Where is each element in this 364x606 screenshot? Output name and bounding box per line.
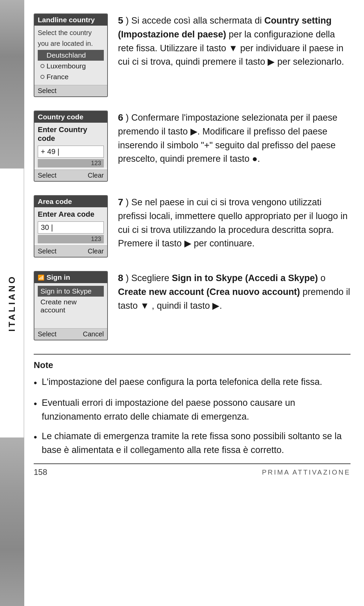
- area-code-widget: Area code Enter Area code 30 | 123 Selec…: [34, 195, 108, 257]
- sidebar: ITALIANO: [0, 0, 24, 606]
- step-8-text: 8 ) Scegliere Sign in to Skype (Accedi a…: [118, 271, 351, 312]
- widget-title-bar-step7: Area code: [34, 196, 107, 207]
- step8-text-middle: o: [321, 273, 326, 283]
- note-title: Note: [34, 360, 351, 370]
- sign-in-title: Sign in: [47, 273, 70, 281]
- signin-item-skype[interactable]: Sign in to Skype: [38, 286, 104, 297]
- step7-number: 7: [118, 197, 123, 207]
- note-text-1: L'impostazione del paese configura la po…: [42, 375, 322, 389]
- step-6-section: Country code Enter Country code + 49 | 1…: [34, 111, 351, 182]
- list-item-label: Deutschland: [47, 51, 86, 59]
- widget-desc-line1: Select the country: [38, 28, 104, 37]
- country-code-title: Country code: [38, 113, 83, 121]
- area-code-input[interactable]: 30 |: [38, 221, 104, 234]
- step-8-section: 📶 Sign in Sign in to Skype Create new ac…: [34, 271, 351, 340]
- signin-newaccount-label: Create new account: [40, 298, 77, 314]
- footer-cancel-step8[interactable]: Cancel: [83, 330, 104, 338]
- note-text-2: Eventuali errori di impostazione del pae…: [42, 396, 351, 423]
- step6-number: 6: [118, 112, 123, 123]
- note-text-3: Le chiamate di emergenza tramite la rete…: [42, 429, 351, 457]
- bullet-3: •: [34, 430, 37, 444]
- note-item-2: • Eventuali errori di impostazione del p…: [34, 396, 351, 423]
- list-item-luxembourg[interactable]: Luxembourg: [38, 61, 104, 71]
- widget-footer-step6: Select Clear: [34, 170, 107, 181]
- footer-select-step8[interactable]: Select: [38, 330, 57, 338]
- step-6-widget: Country code Enter Country code + 49 | 1…: [34, 111, 108, 182]
- footer-select-step5[interactable]: Select: [38, 87, 57, 94]
- list-item-label: France: [47, 73, 68, 81]
- footer-clear-step6[interactable]: Clear: [88, 172, 104, 179]
- area-code-title: Area code: [38, 198, 72, 206]
- page-number: 158: [34, 467, 47, 477]
- sidebar-image-bottom: [0, 437, 24, 606]
- widget-title-bar-step6: Country code: [34, 111, 107, 123]
- widget-body-step5: Select the country you are located in. D…: [34, 26, 107, 85]
- country-code-widget: Country code Enter Country code + 49 | 1…: [34, 111, 108, 182]
- country-code-label: Enter Country code: [34, 123, 107, 144]
- sidebar-label: ITALIANO: [7, 275, 17, 332]
- area-code-label: Enter Area code: [34, 208, 107, 220]
- landline-country-widget: Landline country Select the country you …: [34, 13, 108, 97]
- footer-select-step6[interactable]: Select: [38, 172, 57, 179]
- footer-text: PRIMA ATTIVAZIONE: [262, 468, 351, 476]
- widget-footer-step5: Select: [34, 85, 107, 96]
- main-content: Landline country Select the country you …: [27, 0, 364, 490]
- radio-dot-france: [40, 75, 44, 79]
- bullet-1: •: [34, 376, 37, 390]
- step-5-widget: Landline country Select the country you …: [34, 13, 108, 97]
- list-item-deutschland[interactable]: Deutschland: [38, 50, 104, 61]
- signal-icon: 📶: [38, 274, 44, 281]
- radio-dot-deutschland: [40, 53, 44, 57]
- note-section: Note • L'impostazione del paese configur…: [34, 354, 351, 457]
- step-7-text: 7 ) Se nel paese in cui ci si trova veng…: [118, 195, 351, 250]
- landline-country-title: Landline country: [38, 16, 95, 24]
- widget-title-bar-step5: Landline country: [34, 14, 107, 26]
- bullet-2: •: [34, 397, 37, 411]
- footer-clear-step7[interactable]: Clear: [88, 247, 104, 255]
- note-item-3: • Le chiamate di emergenza tramite la re…: [34, 429, 351, 457]
- step-5-section: Landline country Select the country you …: [34, 13, 351, 97]
- step7-text: ) Se nel paese in cui ci si trova vengon…: [118, 197, 347, 248]
- step-6-text: 6 ) Confermare l'impostazione selezionat…: [118, 111, 351, 166]
- step-7-section: Area code Enter Area code 30 | 123 Selec…: [34, 195, 351, 257]
- widget-footer-step7: Select Clear: [34, 245, 107, 257]
- widget-footer-step8: Select Cancel: [34, 328, 107, 340]
- step8-text-before: ) Scegliere: [126, 273, 172, 283]
- widget-title-bar-step8: 📶 Sign in: [34, 272, 107, 283]
- sign-in-widget: 📶 Sign in Sign in to Skype Create new ac…: [34, 271, 108, 340]
- step-5-text: 5 ) Si accede così alla schermata di Cou…: [118, 13, 351, 69]
- step8-text-bold2: Create new account (Crea nuovo account): [118, 287, 300, 297]
- step5-text-before: ) Si accede così alla schermata di: [126, 16, 264, 26]
- step-8-widget: 📶 Sign in Sign in to Skype Create new ac…: [34, 271, 108, 340]
- list-item-label: Luxembourg: [47, 62, 86, 70]
- signin-item-new-account[interactable]: Create new account: [38, 297, 104, 315]
- step5-number: 5: [118, 15, 123, 26]
- page-footer: 158 PRIMA ATTIVAZIONE: [34, 463, 351, 477]
- signin-skype-label: Sign in to Skype: [40, 287, 92, 295]
- widget-desc-line2: you are located in.: [38, 39, 104, 48]
- step8-text-bold1: Sign in to Skype (Accedi a Skype): [172, 273, 318, 283]
- step-7-widget: Area code Enter Area code 30 | 123 Selec…: [34, 195, 108, 257]
- note-item-1: • L'impostazione del paese configura la …: [34, 375, 351, 390]
- list-item-france[interactable]: France: [38, 71, 104, 82]
- country-code-input[interactable]: + 49 |: [38, 146, 104, 158]
- step8-number: 8: [118, 273, 123, 283]
- area-code-hint: 123: [38, 235, 104, 243]
- sidebar-image-top: [0, 0, 24, 169]
- radio-dot-luxembourg: [40, 64, 44, 68]
- footer-select-step7[interactable]: Select: [38, 247, 57, 255]
- widget-body-step8: Sign in to Skype Create new account: [34, 283, 107, 328]
- country-code-hint: 123: [38, 159, 104, 168]
- step6-text: ) Confermare l'impostazione selezionata …: [118, 113, 337, 164]
